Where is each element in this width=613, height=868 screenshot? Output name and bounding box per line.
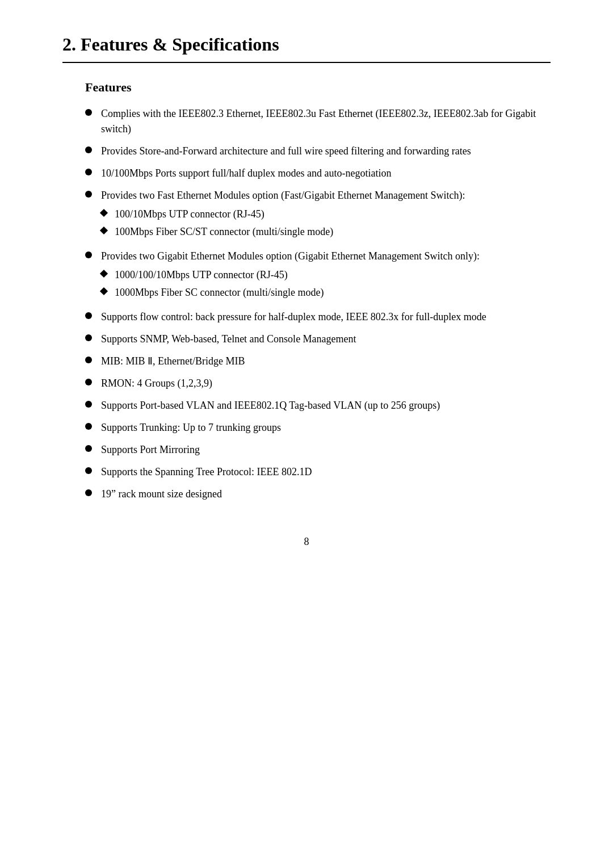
section-heading: Features [85, 80, 551, 95]
bullet-icon [85, 467, 92, 474]
sub-list-item: 100Mbps Fiber SC/ST connector (multi/sin… [101, 224, 551, 240]
sub-list-item: 100/10Mbps UTP connector (RJ-45) [101, 207, 551, 222]
bullet-icon [85, 312, 92, 319]
list-item-text: Supports Trunking: Up to 7 trunking grou… [101, 420, 551, 435]
bullet-icon [85, 445, 92, 452]
list-item-text: Complies with the IEEE802.3 Ethernet, IE… [101, 106, 551, 137]
list-item-text: Supports Port-based VLAN and IEEE802.1Q … [101, 398, 551, 413]
list-item: Supports Port-based VLAN and IEEE802.1Q … [85, 398, 551, 413]
list-item: Supports SNMP, Web-based, Telnet and Con… [85, 332, 551, 347]
bullet-icon [85, 191, 92, 198]
list-item: 19” rack mount size designed [85, 487, 551, 502]
bullet-icon [85, 109, 92, 116]
sub-list-item-text: 100Mbps Fiber SC/ST connector (multi/sin… [115, 224, 551, 240]
sub-bullet-icon [100, 209, 108, 217]
list-item: 10/100Mbps Ports support full/half duple… [85, 166, 551, 181]
sub-list-item-text: 100/10Mbps UTP connector (RJ-45) [115, 207, 551, 222]
list-item: Supports Port Mirroring [85, 442, 551, 458]
sub-list: 100/10Mbps UTP connector (RJ-45)100Mbps … [101, 207, 551, 240]
list-item: Provides two Fast Ethernet Modules optio… [85, 188, 551, 242]
list-item-text: 19” rack mount size designed [101, 487, 551, 502]
page-container: 2. Features & Specifications Features Co… [62, 0, 551, 868]
bullet-icon [85, 146, 92, 153]
list-item-text: 10/100Mbps Ports support full/half duple… [101, 166, 551, 181]
sub-bullet-icon [100, 287, 108, 295]
list-item-text: Supports Port Mirroring [101, 442, 551, 458]
bullet-icon [85, 334, 92, 341]
list-item-text: Supports flow control: back pressure for… [101, 309, 551, 325]
bullet-icon [85, 379, 92, 385]
sub-list: 1000/100/10Mbps UTP connector (RJ-45)100… [101, 267, 551, 300]
list-item: Provides Store-and-Forward architecture … [85, 144, 551, 159]
page-title: 2. Features & Specifications [62, 34, 551, 63]
sub-list-item: 1000/100/10Mbps UTP connector (RJ-45) [101, 267, 551, 283]
bullet-icon [85, 251, 92, 258]
list-item: Supports Trunking: Up to 7 trunking grou… [85, 420, 551, 435]
sub-list-item-text: 1000Mbps Fiber SC connector (multi/singl… [115, 285, 551, 300]
sub-list-item-text: 1000/100/10Mbps UTP connector (RJ-45) [115, 267, 551, 283]
list-item: Complies with the IEEE802.3 Ethernet, IE… [85, 106, 551, 137]
list-item: RMON: 4 Groups (1,2,3,9) [85, 376, 551, 391]
list-item-text: Provides Store-and-Forward architecture … [101, 144, 551, 159]
sub-list-item: 1000Mbps Fiber SC connector (multi/singl… [101, 285, 551, 300]
sub-bullet-icon [100, 227, 108, 234]
list-item: Supports the Spanning Tree Protocol: IEE… [85, 464, 551, 480]
features-list: Complies with the IEEE802.3 Ethernet, IE… [85, 106, 551, 502]
bullet-icon [85, 423, 92, 430]
list-item-text: RMON: 4 Groups (1,2,3,9) [101, 376, 551, 391]
list-item-text: Supports SNMP, Web-based, Telnet and Con… [101, 332, 551, 347]
list-item-text: Provides two Gigabit Ethernet Modules op… [101, 249, 551, 303]
bullet-icon [85, 489, 92, 496]
list-item: Supports flow control: back pressure for… [85, 309, 551, 325]
list-item-text: Provides two Fast Ethernet Modules optio… [101, 188, 551, 242]
bullet-icon [85, 169, 92, 175]
bullet-icon [85, 401, 92, 408]
page-number: 8 [62, 536, 551, 548]
list-item: MIB: MIB Ⅱ, Ethernet/Bridge MIB [85, 354, 551, 369]
list-item: Provides two Gigabit Ethernet Modules op… [85, 249, 551, 303]
sub-bullet-icon [100, 270, 108, 278]
list-item-text: MIB: MIB Ⅱ, Ethernet/Bridge MIB [101, 354, 551, 369]
list-item-text: Supports the Spanning Tree Protocol: IEE… [101, 464, 551, 480]
bullet-icon [85, 357, 92, 363]
